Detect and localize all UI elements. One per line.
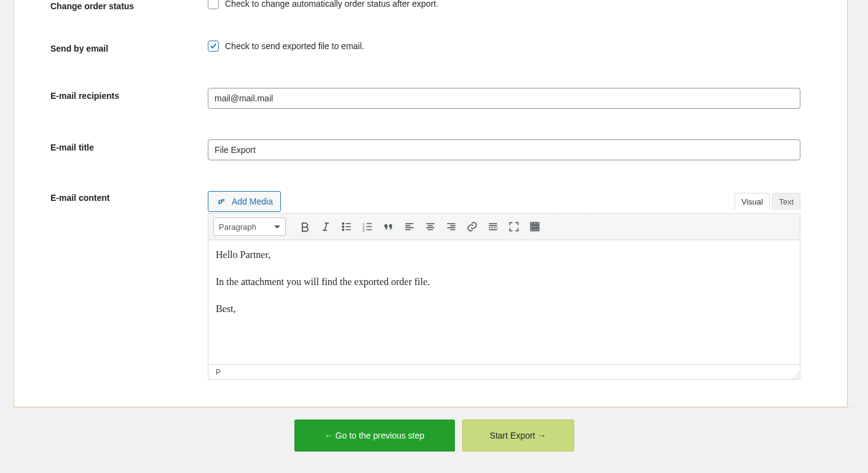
label-email-recipients: E-mail recipients	[44, 88, 208, 101]
svg-rect-8	[534, 222, 535, 224]
input-email-title[interactable]	[208, 139, 800, 160]
svg-rect-12	[537, 225, 539, 227]
checkbox-send-by-email[interactable]	[208, 41, 219, 52]
settings-panel: Change order status Check to change auto…	[14, 0, 848, 407]
align-left-button[interactable]	[400, 217, 419, 236]
link-button[interactable]	[463, 217, 481, 236]
align-right-button[interactable]	[442, 217, 460, 236]
svg-point-2	[342, 226, 344, 227]
resize-handle-icon[interactable]	[791, 370, 800, 379]
svg-text:3: 3	[363, 229, 365, 232]
svg-rect-10	[531, 225, 532, 227]
input-email-recipients[interactable]	[208, 88, 800, 109]
row-email-recipients: E-mail recipients	[44, 88, 817, 109]
change-order-status-desc: Check to change automatically order stat…	[225, 0, 438, 9]
svg-point-1	[342, 223, 344, 224]
toolbar-toggle-button[interactable]	[526, 217, 544, 236]
tab-text[interactable]: Text	[772, 193, 800, 210]
blockquote-button[interactable]	[379, 217, 398, 236]
svg-point-3	[342, 229, 344, 230]
content-p1: Hello Partner,	[216, 248, 792, 262]
tab-visual[interactable]: Visual	[735, 193, 770, 210]
row-change-order-status: Change order status Check to change auto…	[44, 0, 817, 11]
add-media-button[interactable]: Add Media	[208, 191, 281, 212]
svg-rect-11	[534, 225, 535, 227]
chevron-down-icon	[274, 225, 280, 229]
start-export-button[interactable]: Start Export →	[462, 420, 574, 452]
content-p3: Best,	[216, 302, 792, 316]
navigation-buttons: ← Go to the previous step Start Export →	[14, 407, 854, 456]
label-email-title: E-mail title	[44, 139, 208, 152]
svg-rect-7	[531, 222, 532, 224]
editor-toolbar: Paragraph 123	[208, 213, 800, 240]
editor-content-area[interactable]: Hello Partner, In the attachment you wil…	[208, 240, 800, 365]
align-center-button[interactable]	[421, 217, 440, 236]
svg-rect-13	[531, 229, 532, 230]
format-select-label: Paragraph	[219, 222, 256, 232]
editor-path: P	[216, 368, 221, 377]
editor-tabs: Visual Text	[735, 193, 800, 210]
bold-button[interactable]	[296, 217, 314, 236]
svg-rect-14	[534, 229, 535, 230]
media-icon	[216, 195, 227, 208]
italic-button[interactable]	[317, 217, 335, 236]
format-select[interactable]: Paragraph	[213, 217, 286, 236]
label-email-content: E-mail content	[44, 190, 208, 203]
row-email-title: E-mail title	[44, 139, 817, 160]
previous-step-button[interactable]: ← Go to the previous step	[294, 420, 455, 452]
label-change-order-status: Change order status	[44, 0, 208, 11]
number-list-button[interactable]: 123	[358, 217, 377, 236]
bullet-list-button[interactable]	[337, 217, 356, 236]
content-p2: In the attachment you will find the expo…	[216, 275, 792, 289]
wysiwyg-editor: Add Media Visual Text Paragraph	[208, 190, 800, 380]
label-send-by-email: Send by email	[44, 41, 208, 53]
row-send-by-email: Send by email Check to send exported fil…	[44, 41, 817, 53]
add-media-label: Add Media	[232, 197, 273, 206]
editor-statusbar: P	[208, 365, 800, 380]
fullscreen-button[interactable]	[505, 217, 523, 236]
svg-rect-15	[537, 229, 539, 230]
row-email-content: E-mail content	[44, 190, 817, 380]
read-more-button[interactable]	[484, 217, 502, 236]
svg-rect-9	[537, 222, 539, 224]
checkbox-change-order-status[interactable]	[208, 0, 219, 9]
send-by-email-desc: Check to send exported file to email.	[225, 41, 364, 51]
